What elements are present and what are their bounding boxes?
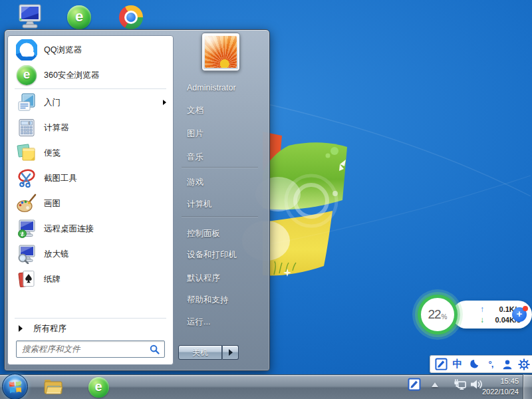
360-browser-icon: e [88,377,109,398]
show-hidden-icons-button[interactable] [430,380,440,388]
right-item-documents[interactable]: 文档 [187,102,261,119]
right-item-help-support[interactable]: 帮助和支持 [187,291,261,309]
taskbar-explorer-button[interactable] [41,376,65,398]
left-panel-spacer [8,292,173,317]
paint-icon [16,193,37,214]
all-programs-arrow-icon [19,325,23,332]
right-item-user[interactable]: Administrator [187,79,261,96]
shutdown-group: 关机 [178,345,239,360]
left-panel-separator [15,88,166,89]
usage-unit: % [442,313,448,321]
search-icon [150,344,160,354]
right-item-pictures[interactable]: 图片 [187,125,261,142]
start-menu-left-panel: QQ浏览器 e 360安全浏览器 [7,35,174,365]
right-item-computer[interactable]: 计算机 [187,196,261,213]
ime-mode-button[interactable]: 中 [450,357,465,372]
submenu-arrow-icon [163,100,166,105]
taskbar-360-browser-button[interactable]: e [86,376,110,398]
right-item-music[interactable]: 音乐 [187,148,261,166]
ime-punctuation-button[interactable]: °, [483,357,498,372]
menu-item-label: 计算器 [44,122,69,134]
qq-browser-icon [16,39,37,61]
remote-desktop-icon [16,218,37,239]
menu-item-magnifier[interactable]: 放大镜 [8,241,173,267]
shutdown-button[interactable]: 关机 [178,345,222,360]
360-safe-browser-icon: e [16,65,37,86]
memory-usage-ball[interactable]: 22 % [418,295,458,334]
right-item-control-panel[interactable]: 控制面板 [187,225,261,242]
ime-pen-button[interactable] [434,357,448,372]
svg-text:0: 0 [28,121,30,125]
desktop-icon-chrome[interactable] [117,3,145,31]
right-item-devices-printers[interactable]: 设备和打印机 [187,246,261,263]
clock-time: 15:45 [473,376,519,386]
chrome-icon [119,5,143,29]
calculator-icon: 0 [16,117,37,138]
menu-item-solitaire[interactable]: 纸牌 [8,267,173,292]
menu-item-label: 截图工具 [44,173,77,184]
net-speed-widget: ↑ 0.1K/s ↓ 0.04K/s + 22 % [416,293,532,336]
windows-flag-icon [7,378,24,396]
start-button[interactable] [2,374,28,399]
net-speed-pill: ↑ 0.1K/s ↓ 0.04K/s + [452,301,532,329]
right-panel-separator [182,167,258,168]
tray-network-button[interactable] [452,377,467,392]
accelerate-button[interactable]: + [512,307,527,322]
clock-date: 2022/10/24 [473,386,519,397]
menu-item-paint[interactable]: 画图 [8,191,173,216]
menu-item-snipping-tool[interactable]: 截图工具 [8,166,173,191]
ime-fullwidth-button[interactable] [467,357,481,372]
ime-settings-button[interactable] [517,357,531,372]
menu-item-getting-started[interactable]: 入门 [8,90,173,115]
ime-pen-icon [408,378,421,391]
menu-item-label: 360安全浏览器 [44,70,99,81]
right-item-run[interactable]: 运行... [187,313,261,331]
gear-icon [518,358,530,370]
sticky-notes-icon [16,142,37,164]
ime-user-dict-button[interactable] [500,357,515,372]
menu-item-label: 放大镜 [44,249,69,260]
menu-item-label: QQ浏览器 [44,45,82,56]
magnifier-icon [16,243,37,265]
left-panel-separator [15,318,166,319]
desktop-icon-360-browser[interactable]: e [65,3,93,31]
menu-item-remote-desktop[interactable]: 远程桌面连接 [8,216,173,241]
menu-item-label: 远程桌面连接 [44,223,94,235]
network-icon [453,378,467,391]
notification-dot [523,306,528,311]
menu-item-calculator[interactable]: 0 计算器 [8,115,173,140]
shutdown-options-button[interactable] [222,345,239,360]
user-avatar[interactable] [201,33,240,71]
explorer-folder-icon [43,378,64,396]
right-item-games[interactable]: 游戏 [187,174,261,191]
shutdown-arrow-icon [229,349,233,356]
search-input[interactable] [22,344,150,354]
menu-item-360-browser[interactable]: e 360安全浏览器 [8,63,173,88]
show-desktop-button[interactable] [523,374,532,399]
up-arrow-icon [432,382,438,387]
computer-icon [17,4,43,31]
ime-language-bar: 中 °, [430,355,532,373]
desktop-icon-computer[interactable] [16,3,44,31]
menu-item-label: 便笺 [44,148,61,159]
menu-item-qq-browser[interactable]: QQ浏览器 [8,37,173,63]
tray-ime-button[interactable] [407,377,422,392]
upload-arrow-icon: ↑ [480,305,489,314]
menu-item-label: 画图 [44,198,61,209]
tray-clock[interactable]: 15:45 2022/10/24 [473,376,519,397]
desktop: e ↑ 0.1K/s ↓ 0.04K/s + 22 % [0,0,532,399]
start-menu-right-panel: Administrator 文档 图片 音乐 游戏 计算机 控制面板 设备和打印… [174,35,266,365]
all-programs-button[interactable]: 所有程序 [8,319,173,338]
usage-percent: 22 [428,307,440,322]
plus-icon: + [517,308,523,319]
start-menu: QQ浏览器 e 360安全浏览器 [4,29,270,371]
search-area [8,338,173,364]
moon-icon [469,358,480,370]
menu-item-sticky-notes[interactable]: 便笺 [8,140,173,166]
360-browser-icon: e [67,5,91,29]
right-item-default-programs[interactable]: 默认程序 [187,269,261,287]
person-icon [501,358,513,370]
all-programs-label: 所有程序 [33,323,66,334]
menu-item-label: 纸牌 [44,274,61,285]
search-box [16,340,165,358]
